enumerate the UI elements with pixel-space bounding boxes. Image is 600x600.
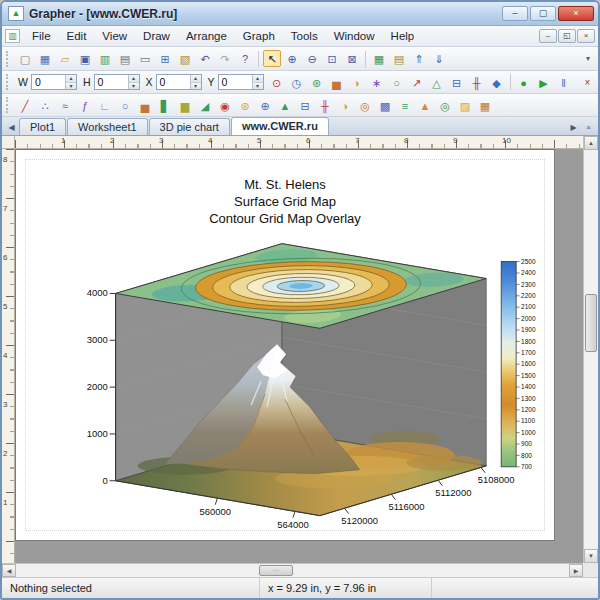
x-stepper-down[interactable]: ▾ (191, 83, 201, 90)
contour-map-icon[interactable]: ◎ (436, 97, 454, 114)
y-stepper-down[interactable]: ▾ (253, 83, 263, 90)
line-scatter-graph-icon[interactable]: ≈ (56, 97, 74, 114)
menu-draw[interactable]: Draw (135, 26, 178, 46)
step-graph-icon[interactable]: ∟ (96, 97, 114, 114)
vector-plot-icon[interactable]: ↗ (408, 74, 426, 91)
zoom-in-icon[interactable]: ⊕ (283, 50, 301, 67)
ribbon-3d-graph-icon[interactable]: ≡ (396, 97, 414, 114)
menu-graph[interactable]: Graph (235, 26, 283, 46)
horizontal-scroll-track[interactable]: ⋯ (16, 564, 569, 577)
x-stepper-up[interactable]: ▴ (191, 75, 201, 83)
floating-bar-graph-icon[interactable]: ▋ (156, 97, 174, 114)
menu-arrange[interactable]: Arrange (178, 26, 235, 46)
object-manager-icon[interactable]: ▤ (390, 50, 408, 67)
toolbar-grip[interactable] (6, 51, 11, 67)
scroll-left-arrow[interactable]: ◀ (2, 564, 16, 577)
context-help-icon[interactable]: ? (236, 50, 254, 67)
save-icon[interactable]: ▣ (76, 50, 94, 67)
ellipse-tool-icon[interactable]: ● (515, 74, 533, 91)
undo-icon[interactable]: ↶ (196, 50, 214, 67)
toolbar-grip[interactable] (6, 74, 11, 90)
drawing-canvas[interactable]: Mt. St. Helens Surface Grid Map Contour … (15, 149, 583, 563)
minimize-button[interactable]: – (502, 6, 528, 21)
open-icon[interactable]: ▱ (56, 50, 74, 67)
scroll-down-arrow[interactable]: ▼ (584, 549, 598, 563)
polar-plot-icon[interactable]: ◉ (216, 97, 234, 114)
clock-graph-icon[interactable]: ◷ (288, 74, 306, 91)
wind-chart-icon[interactable]: ⊕ (256, 97, 274, 114)
h-stepper-up[interactable]: ▴ (129, 75, 139, 83)
menu-window[interactable]: Window (326, 26, 383, 46)
hi-low-plot-icon[interactable]: ╫ (468, 74, 486, 91)
surface-map-icon[interactable]: ▨ (456, 97, 474, 114)
polar-graph-icon[interactable]: ⊙ (268, 74, 286, 91)
worksheet-grid-icon[interactable]: ▦ (370, 50, 388, 67)
w-stepper-down[interactable]: ▾ (66, 83, 76, 90)
tab-scroll-left-button[interactable]: ◀ (4, 120, 19, 135)
copy-icon[interactable]: ⊞ (156, 50, 174, 67)
child-close-button[interactable]: × (577, 29, 595, 43)
y-stepper-up[interactable]: ▴ (253, 75, 263, 83)
zoom-window-icon[interactable]: ⊡ (323, 50, 341, 67)
play-icon[interactable]: ▶ (535, 74, 553, 91)
menu-help[interactable]: Help (383, 26, 423, 46)
vertical-scroll-thumb[interactable] (585, 294, 597, 352)
menu-view[interactable]: View (94, 26, 135, 46)
bubble-graph-icon[interactable]: ○ (116, 97, 134, 114)
menu-edit[interactable]: Edit (59, 26, 95, 46)
doughnut-graph-icon[interactable]: ◎ (356, 97, 374, 114)
box-whisker-icon[interactable]: ⊟ (296, 97, 314, 114)
export-icon[interactable]: ▥ (96, 50, 114, 67)
area-graph-icon[interactable]: ◢ (196, 97, 214, 114)
line-graph-icon[interactable]: ╱ (16, 97, 34, 114)
print-icon[interactable]: ▤ (116, 50, 134, 67)
horizontal-scrollbar[interactable]: ◀ ⋯ ▶ (2, 563, 583, 577)
bubble-chart-icon[interactable]: ○ (388, 74, 406, 91)
x-input[interactable]: 0▴▾ (156, 74, 202, 90)
previous-view-icon[interactable]: ⇑ (410, 50, 428, 67)
grid-map-icon[interactable]: ▦ (476, 97, 494, 114)
close-button[interactable]: × (558, 6, 594, 21)
bar-graph-icon[interactable]: ▅ (136, 97, 154, 114)
horizontal-scroll-thumb[interactable]: ⋯ (259, 565, 293, 576)
histogram-graph-icon[interactable]: ▆ (176, 97, 194, 114)
h-stepper-down[interactable]: ▾ (129, 83, 139, 90)
w-stepper-up[interactable]: ▴ (66, 75, 76, 83)
zoom-out-icon[interactable]: ⊖ (303, 50, 321, 67)
tab-plot1[interactable]: Plot1 (19, 118, 66, 135)
h-input[interactable]: 0▴▾ (94, 74, 140, 90)
paste-icon[interactable]: ▧ (176, 50, 194, 67)
tab-www-cwer-ru[interactable]: www.CWER.ru (231, 117, 329, 135)
pause-icon[interactable]: ‖ (555, 74, 573, 91)
radar-graph-icon[interactable]: ∗ (368, 74, 386, 91)
vertical-scrollbar[interactable]: ▲ ▼ (583, 136, 598, 563)
toolbar-grip[interactable] (6, 97, 11, 113)
scroll-up-arrow[interactable]: ▲ (584, 136, 598, 150)
tab-3d-pie-chart[interactable]: 3D pie chart (149, 118, 230, 135)
ternary-plot-icon[interactable]: △ (428, 74, 446, 91)
surface-3d-graph-icon[interactable]: ▲ (416, 97, 434, 114)
close-toolbar-button[interactable]: × (580, 74, 595, 91)
bar-chart-icon[interactable]: ▅ (328, 74, 346, 91)
child-restore-button[interactable]: ◱ (558, 29, 576, 43)
vertical-scroll-track[interactable] (584, 150, 598, 549)
rose-diagram-icon[interactable]: ⊛ (236, 97, 254, 114)
pie-graph-icon[interactable]: ◑ (336, 97, 354, 114)
rose-graph-icon[interactable]: ⊛ (308, 74, 326, 91)
hi-low-close-icon[interactable]: ╫ (316, 97, 334, 114)
tab-worksheet1[interactable]: Worksheet1 (67, 118, 148, 135)
redo-icon[interactable]: ↷ (216, 50, 234, 67)
menu-tools[interactable]: Tools (283, 26, 326, 46)
ternary-diagram-icon[interactable]: ▲ (276, 97, 294, 114)
toolbar-overflow-button[interactable]: ▾ (581, 50, 595, 67)
scroll-right-arrow[interactable]: ▶ (569, 564, 583, 577)
maximize-button[interactable]: ▢ (530, 6, 556, 21)
stiff-plot-icon[interactable]: ◆ (488, 74, 506, 91)
y-input[interactable]: 0▴▾ (218, 74, 264, 90)
new-plot-icon[interactable]: ▢ (16, 50, 34, 67)
print-preview-icon[interactable]: ▭ (136, 50, 154, 67)
select-arrow-icon[interactable]: ↖ (263, 50, 281, 67)
tab-close-button[interactable]: × (581, 120, 596, 135)
new-worksheet-icon[interactable]: ▦ (36, 50, 54, 67)
box-plot-icon[interactable]: ⊟ (448, 74, 466, 91)
